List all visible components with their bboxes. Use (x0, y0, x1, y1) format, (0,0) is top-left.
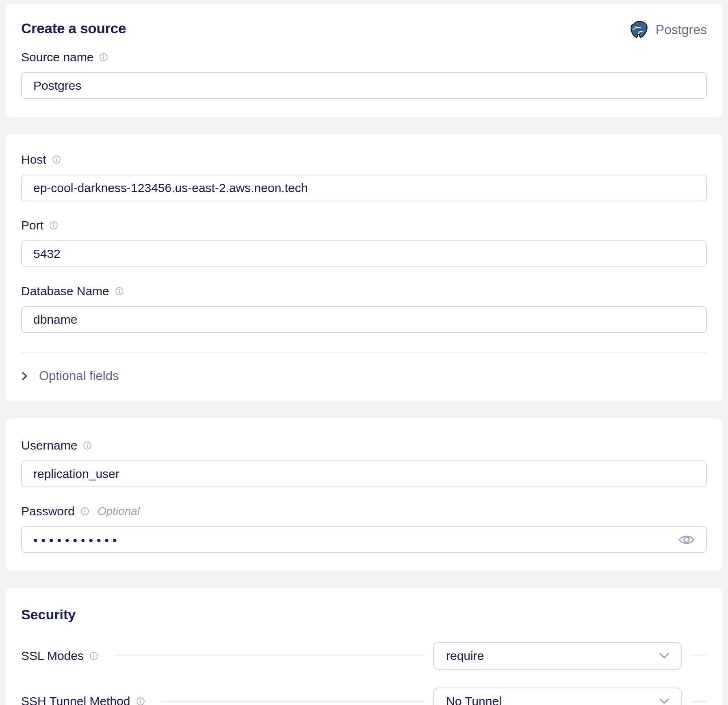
ssl-modes-label: SSL Modes (21, 649, 84, 663)
source-name-label: Source name (21, 50, 93, 64)
port-input[interactable] (21, 240, 707, 267)
ssl-modes-select[interactable]: require (433, 642, 682, 670)
info-icon[interactable] (136, 697, 145, 705)
section-divider (21, 352, 707, 352)
password-masked-value: ••••••••••• (33, 533, 121, 547)
password-input[interactable]: ••••••••••• (21, 526, 707, 553)
chevron-right-icon (21, 372, 28, 381)
connector-name: Postgres (656, 22, 707, 37)
username-field: Username (21, 439, 707, 487)
ssh-tunnel-label: SSH Tunnel Method (21, 694, 130, 705)
ssh-tunnel-select[interactable]: No Tunnel (433, 688, 682, 705)
host-field: Host (21, 153, 707, 201)
info-icon[interactable] (99, 53, 108, 62)
database-name-label: Database Name (21, 284, 109, 298)
eye-icon (678, 533, 696, 546)
info-icon[interactable] (89, 651, 98, 660)
ssl-modes-row: SSL Modes require (21, 642, 707, 670)
create-source-card: Create a source Postgres Source name (6, 4, 722, 117)
ssh-tunnel-rule (161, 701, 425, 702)
page-title: Create a source (21, 20, 126, 37)
ssl-modes-rule (115, 655, 424, 656)
connection-card: Host Port Database Name (6, 134, 722, 401)
optional-fields-label: Optional fields (39, 369, 119, 383)
database-name-input[interactable] (21, 306, 707, 333)
security-card: Security SSL Modes require SSH Tunnel Me… (6, 588, 722, 705)
optional-fields-toggle[interactable]: Optional fields (21, 369, 119, 383)
database-name-field: Database Name (21, 284, 707, 333)
password-label: Password (21, 504, 75, 518)
info-icon[interactable] (52, 155, 61, 164)
info-icon[interactable] (115, 287, 124, 296)
postgres-logo-icon (630, 20, 648, 39)
port-label: Port (21, 218, 43, 232)
host-input[interactable] (21, 175, 707, 201)
card-header: Create a source Postgres (21, 20, 707, 39)
source-name-input[interactable] (21, 72, 707, 99)
chevron-down-icon (659, 698, 670, 705)
ssh-tunnel-value: No Tunnel (446, 694, 502, 705)
username-label: Username (21, 439, 77, 452)
ssh-tunnel-row: SSH Tunnel Method No Tunnel (21, 688, 707, 705)
create-source-page: Create a source Postgres Source name (0, 0, 728, 705)
source-name-field: Source name (21, 50, 707, 99)
toggle-password-visibility-button[interactable] (678, 533, 696, 546)
security-heading: Security (21, 607, 707, 623)
host-label: Host (21, 153, 46, 167)
ssh-tunnel-rule-end (691, 701, 707, 702)
port-field: Port (21, 218, 707, 267)
chevron-down-icon (659, 653, 670, 659)
ssl-modes-rule-end (691, 655, 707, 656)
password-field: Password Optional ••••••••••• (21, 504, 707, 553)
username-input[interactable] (21, 461, 707, 487)
info-icon[interactable] (80, 507, 89, 516)
credentials-card: Username Password Optional ••••••••••• (6, 418, 722, 571)
optional-badge: Optional (98, 505, 140, 518)
connector-badge: Postgres (630, 20, 707, 39)
info-icon[interactable] (49, 221, 58, 230)
ssl-modes-value: require (446, 649, 484, 663)
info-icon[interactable] (83, 441, 92, 450)
